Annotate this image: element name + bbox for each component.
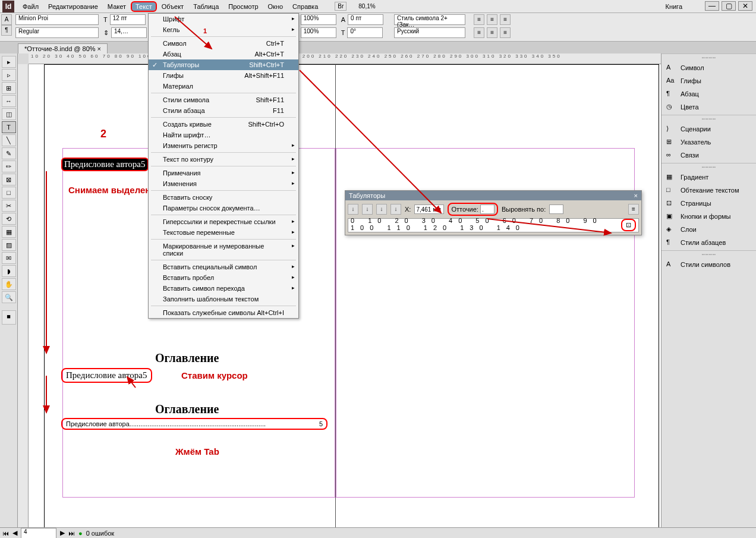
menu-item[interactable]: Текстовые переменные (149, 227, 298, 238)
menu-item[interactable]: Показать служебные символыAlt+Ctrl+I (149, 307, 298, 318)
close-button[interactable]: ✕ (738, 1, 752, 11)
menu-object[interactable]: Объект (157, 1, 188, 12)
align-justify-icon[interactable]: ≡ (474, 27, 484, 38)
menu-item[interactable]: ГлифыAlt+Shift+F11 (149, 70, 298, 81)
hand-tool[interactable]: ✋ (2, 278, 16, 290)
scale-v[interactable]: 100% (301, 27, 336, 38)
tab-right-icon[interactable]: ↓ (376, 204, 387, 215)
menu-item[interactable]: Вставить пробел (149, 272, 298, 283)
menu-item[interactable]: Стили абзацаF11 (149, 105, 298, 116)
gap-tool[interactable]: ↔ (2, 95, 16, 107)
panel-item[interactable]: ⊞Указатель (662, 136, 756, 149)
menu-item[interactable]: Текст по контуру (149, 154, 298, 165)
zoom-select[interactable]: 80,1% (358, 3, 375, 10)
menu-table[interactable]: Таблица (188, 1, 223, 12)
tabs-ruler[interactable]: ⊡ 0 10 20 30 40 50 60 70 80 90 100 110 1… (348, 218, 639, 232)
note-tool[interactable]: ✉ (2, 252, 16, 264)
menu-item[interactable]: Кегль (149, 24, 298, 35)
panel-item[interactable]: AaГлифы (662, 74, 756, 87)
content-tool[interactable]: ◫ (2, 108, 16, 120)
panel-item[interactable]: ⟩Сценарии (662, 122, 756, 136)
tab-decimal-icon[interactable]: ↓ (390, 204, 401, 215)
tab-left-icon[interactable]: ↓ (348, 204, 358, 215)
menu-layout[interactable]: Макет (103, 1, 131, 12)
menu-item[interactable]: АбзацAlt+Ctrl+T (149, 49, 298, 59)
transform-tool[interactable]: ⟲ (2, 213, 16, 225)
size-select[interactable]: 12 пт (110, 14, 146, 25)
panel-item[interactable]: ¶Абзац (662, 87, 756, 100)
char-mode-icon[interactable]: A (1, 14, 12, 25)
panel-item[interactable]: ¶Стили абзацев (662, 236, 756, 249)
page-number[interactable]: 4 (21, 528, 56, 539)
tab-leader-input[interactable] (480, 204, 494, 214)
gradient-tool[interactable]: ▦ (2, 226, 16, 238)
gradient-feather-tool[interactable]: ▨ (2, 239, 16, 251)
menu-item[interactable]: ТабуляторыShift+Ctrl+T (149, 59, 298, 70)
menu-item[interactable]: Найти шрифт… (149, 130, 298, 140)
menu-item[interactable]: Заполнить шаблонным текстом (149, 294, 298, 304)
menu-item[interactable]: Вставить сноску (149, 192, 298, 203)
bridge-icon[interactable]: Br (335, 2, 346, 11)
leading-select[interactable]: 14,… (111, 27, 147, 38)
charstyle-select[interactable]: Стиль символа 2+ (Зак… (394, 14, 465, 25)
lang-select[interactable]: Русский (394, 27, 465, 38)
baseline[interactable]: 0 пт (348, 14, 383, 25)
eyedropper-tool[interactable]: ◗ (2, 265, 16, 277)
menu-item[interactable]: Стили символаShift+F11 (149, 95, 298, 105)
page-nav-first-icon[interactable]: ⏮ (2, 530, 9, 537)
line-tool[interactable]: ╲ (2, 134, 16, 146)
book-dropdown[interactable]: Книга (665, 3, 682, 10)
direct-select-tool[interactable]: ▹ (2, 69, 16, 81)
panel-item[interactable]: AСтили символов (662, 258, 756, 271)
panel-item[interactable]: AСимвол (662, 61, 756, 74)
page-nav-next-icon[interactable]: ▶ (60, 529, 65, 537)
menu-item[interactable]: Гиперссылки и перекрестные ссылки (149, 216, 298, 227)
menu-item[interactable]: СимволCtrl+T (149, 38, 298, 49)
menu-item[interactable]: Вставить символ перехода (149, 283, 298, 294)
tabs-panel[interactable]: Табуляторы× ↓ ↓ ↓ ↓ X: Отточие: Выровнят… (345, 190, 642, 235)
menu-item[interactable]: Параметры сносок документа… (149, 203, 298, 213)
para-mode-icon[interactable]: ¶ (1, 25, 12, 36)
frame-tool[interactable]: ⊠ (2, 174, 16, 185)
pen-tool[interactable]: ✎ (2, 147, 16, 159)
panel-item[interactable]: □Обтекание текстом (662, 184, 756, 197)
maximize-button[interactable]: ▢ (722, 1, 736, 11)
tabs-panel-close-icon[interactable]: × (634, 192, 638, 199)
scale-h[interactable]: 100% (301, 14, 336, 25)
panel-item[interactable]: ◈Слои (662, 223, 756, 236)
tab-align-input[interactable] (549, 204, 563, 214)
menu-item[interactable]: Изменить регистр (149, 140, 298, 151)
menu-item[interactable]: Маркированные и нумерованные списки (149, 241, 298, 259)
tabs-panel-menu-icon[interactable]: ≡ (628, 204, 639, 215)
menu-edit[interactable]: Редактирование (43, 1, 103, 12)
rect-tool[interactable]: □ (2, 187, 16, 199)
cursor-text[interactable]: Предисловие автора5 (61, 368, 152, 383)
zoom-tool[interactable]: 🔍 (2, 291, 16, 303)
skew[interactable]: 0° (347, 27, 383, 38)
align-j3-icon[interactable]: ≡ (500, 27, 511, 38)
panel-item[interactable]: ◷Цвета (662, 100, 756, 114)
panel-item[interactable]: ∞Связи (662, 149, 756, 162)
minimize-button[interactable]: — (705, 1, 719, 11)
page-nav-last-icon[interactable]: ⏭ (68, 530, 75, 537)
menu-item[interactable]: Материал (149, 81, 298, 92)
tab-close-icon[interactable]: × (97, 45, 100, 52)
menu-item[interactable]: Изменения (149, 178, 298, 189)
menu-window[interactable]: Окно (263, 1, 288, 12)
align-j2-icon[interactable]: ≡ (487, 27, 497, 38)
selection-tool[interactable]: ▸ (2, 56, 16, 68)
menu-type[interactable]: Текст (131, 1, 157, 12)
align-left-icon[interactable]: ≡ (474, 14, 484, 25)
tab-x-input[interactable] (414, 204, 444, 214)
type-tool[interactable]: T (2, 121, 16, 133)
menu-view[interactable]: Просмотр (223, 1, 263, 12)
menu-item[interactable]: Примечания (149, 168, 298, 178)
doc-tab[interactable]: *Отточие-8.indd @ 80% × (18, 43, 108, 54)
document-canvas[interactable]: 10 20 30 40 50 60 70 80 90 100 110 120 1… (18, 54, 661, 535)
scissors-tool[interactable]: ✂ (2, 200, 16, 212)
menu-item[interactable]: Создать кривыеShift+Ctrl+O (149, 119, 298, 130)
style-select[interactable]: Regular (15, 27, 99, 38)
tab-center-icon[interactable]: ↓ (362, 204, 373, 215)
page-nav-prev-icon[interactable]: ◀ (12, 529, 17, 537)
menu-item[interactable]: Вставить специальный символ (149, 262, 298, 272)
